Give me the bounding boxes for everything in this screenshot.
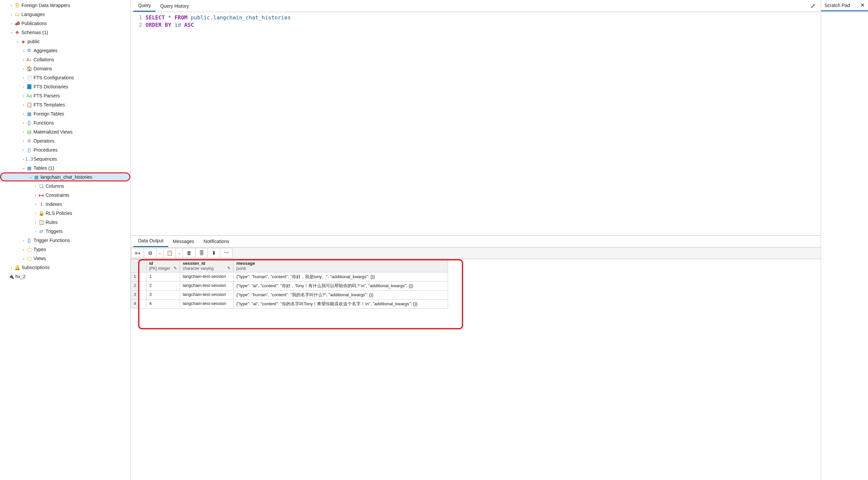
tree-item[interactable]: ⌄▦Tables (1) — [0, 163, 130, 172]
save-data-button[interactable]: 🗄 — [195, 248, 208, 258]
tree-item[interactable]: ›❏Columns — [0, 181, 130, 191]
tree-item[interactable]: ›📋Rules — [0, 217, 130, 227]
tree-item[interactable]: ›🔔Subscriptions — [0, 263, 130, 272]
column-header-message[interactable]: message jsonb — [234, 259, 448, 272]
tree-item[interactable]: ›⇄Triggers — [0, 227, 130, 236]
chevron-icon[interactable]: › — [9, 3, 14, 7]
chevron-icon[interactable]: › — [21, 103, 26, 107]
chevron-icon[interactable]: › — [33, 184, 38, 188]
chevron-icon[interactable]: › — [21, 238, 26, 242]
tree-item[interactable]: ⌄❖Schemas (1) — [0, 28, 130, 37]
chevron-icon[interactable]: › — [21, 48, 26, 53]
download-button[interactable]: ⬇ — [208, 248, 220, 258]
tree-item[interactable]: ›🏠Domains — [0, 64, 130, 73]
tree-item[interactable]: ›📄FTS Configurations — [0, 73, 130, 82]
cell-id[interactable]: 1 — [147, 272, 180, 281]
tree-item[interactable]: ⌄▦langchain_chat_histories — [0, 172, 130, 181]
tree-item[interactable]: ›▸◂Constraints — [0, 191, 130, 200]
tab-query-history[interactable]: Query History — [155, 1, 194, 11]
tree-item[interactable]: ›🔒RLS Policies — [0, 209, 130, 217]
row-selector[interactable] — [139, 290, 147, 299]
cell-id[interactable]: 3 — [147, 290, 180, 299]
cell-session-id[interactable]: langchain-test-session — [180, 272, 234, 281]
table-row[interactable]: 44langchain-test-session{"type": "ai", "… — [131, 299, 448, 308]
row-number[interactable]: 1 — [131, 272, 139, 281]
chevron-icon[interactable]: › — [21, 148, 26, 152]
tree-item[interactable]: ›()Procedures — [0, 145, 130, 154]
cell-message[interactable]: {"type": "human", "content": "你好，我是tony。… — [234, 272, 448, 281]
chevron-icon[interactable]: ⌄ — [21, 166, 26, 170]
chevron-icon[interactable]: › — [33, 193, 38, 197]
tree-item[interactable]: ›⧉Aggregates — [0, 46, 130, 55]
tree-item[interactable]: 🔌hx_2 — [0, 272, 130, 281]
tree-item[interactable]: ›{}Functions — [0, 118, 130, 127]
tab-messages[interactable]: Messages — [168, 236, 199, 247]
chevron-icon[interactable]: › — [21, 139, 26, 143]
cell-id[interactable]: 2 — [147, 281, 180, 290]
tree-item[interactable]: ›▦Foreign Tables — [0, 109, 130, 118]
tree-item[interactable]: ⌄◈public — [0, 37, 130, 46]
chevron-icon[interactable]: › — [9, 266, 14, 270]
tree-item[interactable]: ›📋FTS Templates — [0, 100, 130, 109]
chevron-icon[interactable]: › — [33, 220, 38, 224]
chevron-icon[interactable]: › — [21, 85, 26, 89]
chevron-icon[interactable]: › — [21, 121, 26, 125]
chevron-icon[interactable]: › — [33, 211, 38, 215]
chevron-icon[interactable]: › — [21, 94, 26, 98]
tree-item[interactable]: ›🗄Foreign Data Wrappers — [0, 1, 130, 10]
copy-dropdown[interactable]: ⌄ — [156, 248, 163, 258]
chevron-icon[interactable]: › — [33, 229, 38, 233]
data-grid-container[interactable]: id [PK] integer ✎ session_id character v… — [131, 259, 821, 480]
chevron-icon[interactable]: › — [21, 112, 26, 116]
chevron-icon[interactable]: ⌄ — [21, 256, 26, 261]
sql-editor[interactable]: 1 2 SELECT * FROM public.langchain_chat_… — [131, 12, 821, 235]
paste-button[interactable]: 📋 — [163, 248, 176, 258]
chevron-icon[interactable]: ⌄ — [15, 39, 20, 43]
tab-query[interactable]: Query — [133, 0, 155, 12]
tree-item[interactable]: ›1..3Sequences — [0, 154, 130, 163]
copy-button[interactable]: ⧉ — [144, 248, 156, 258]
row-number[interactable]: 4 — [131, 299, 139, 308]
tab-notifications[interactable]: Notifications — [199, 236, 234, 247]
scratch-pad-tab[interactable]: Scratch Pad ✕ — [821, 0, 868, 11]
table-row[interactable]: 11langchain-test-session{"type": "human"… — [131, 272, 448, 281]
tree-item[interactable]: ⌄▢Views — [0, 254, 130, 263]
edit-icon[interactable]: ✎ — [174, 266, 177, 270]
row-selector[interactable] — [139, 272, 147, 281]
chevron-icon[interactable]: › — [21, 130, 26, 134]
chevron-icon[interactable]: › — [9, 12, 14, 16]
row-selector[interactable] — [139, 299, 147, 308]
tree-item[interactable]: ›{}Trigger Functions — [0, 236, 130, 245]
tree-item[interactable]: ›AaFTS Parsers — [0, 91, 130, 100]
cell-message[interactable]: {"type": "human", "content": "我的名字叫什么?",… — [234, 290, 448, 299]
tree-item[interactable]: ›A↓Collations — [0, 55, 130, 64]
paste-dropdown[interactable]: ⌄ — [176, 248, 183, 258]
cell-session-id[interactable]: langchain-test-session — [180, 281, 234, 290]
tree-item[interactable]: ›⚙Operators — [0, 136, 130, 145]
cell-id[interactable]: 4 — [147, 299, 180, 308]
row-number[interactable]: 3 — [131, 290, 139, 299]
chevron-icon[interactable]: › — [21, 76, 26, 80]
tree-item[interactable]: ›▤Materialized Views — [0, 127, 130, 136]
edit-icon[interactable]: ✎ — [227, 266, 230, 270]
add-row-button[interactable]: ≡+ — [131, 248, 144, 258]
chevron-icon[interactable]: › — [33, 202, 38, 206]
chevron-icon[interactable]: › — [21, 58, 26, 62]
object-browser-sidebar[interactable]: ›🗄Foreign Data Wrappers›🗂Languages›📣Publ… — [0, 0, 131, 480]
chevron-icon[interactable]: ⌄ — [9, 30, 14, 34]
column-header-session-id[interactable]: session_id character varying ✎ — [180, 259, 234, 272]
data-grid[interactable]: id [PK] integer ✎ session_id character v… — [131, 259, 448, 309]
table-row[interactable]: 22langchain-test-session{"type": "ai", "… — [131, 281, 448, 290]
delete-button[interactable]: 🗑 — [183, 248, 195, 258]
row-selector[interactable] — [139, 281, 147, 290]
row-number[interactable]: 2 — [131, 281, 139, 290]
chevron-icon[interactable]: › — [9, 22, 14, 26]
tree-item[interactable]: ›📘FTS Dictionaries — [0, 82, 130, 91]
expand-icon[interactable]: ⤢ — [808, 1, 818, 11]
graph-button[interactable]: 〰 — [220, 248, 232, 258]
cell-session-id[interactable]: langchain-test-session — [180, 299, 234, 308]
column-header-id[interactable]: id [PK] integer ✎ — [147, 259, 180, 272]
cell-session-id[interactable]: langchain-test-session — [180, 290, 234, 299]
cell-message[interactable]: {"type": "ai", "content": "你好，Tony！有什么我可… — [234, 281, 448, 290]
table-row[interactable]: 33langchain-test-session{"type": "human"… — [131, 290, 448, 299]
